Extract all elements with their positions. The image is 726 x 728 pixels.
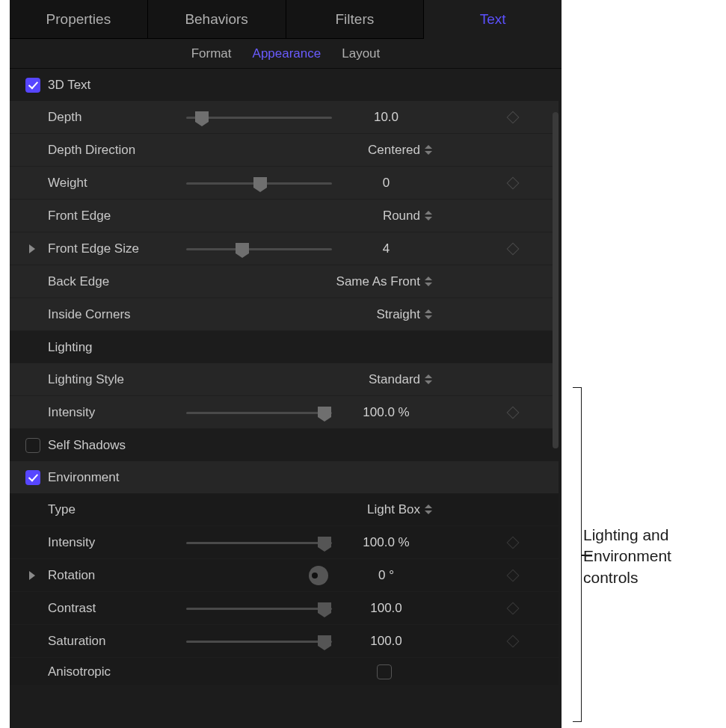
keyframe-icon[interactable] (507, 176, 520, 189)
value-lighting-intensity[interactable]: 100.0 % (336, 405, 437, 420)
stepper-icon (425, 211, 432, 220)
sub-tab-bar: Format Appearance Layout (10, 39, 562, 69)
stepper-icon (425, 277, 432, 286)
popup-back-edge[interactable]: Same As Front (186, 274, 437, 289)
slider-env-saturation[interactable] (186, 634, 336, 649)
inspector-panel: Properties Behaviors Filters Text Format… (10, 0, 562, 728)
stepper-icon (425, 145, 432, 155)
slider-front-edge-size[interactable] (186, 241, 336, 256)
row-front-edge: Front Edge Round (10, 200, 559, 232)
label-env-contrast: Contrast (48, 601, 186, 616)
stepper-icon (425, 505, 432, 514)
checkbox-anisotropic[interactable] (377, 664, 392, 679)
label-env-type: Type (48, 502, 186, 517)
dial-env-rotation[interactable] (186, 564, 336, 587)
label-weight: Weight (48, 176, 186, 191)
label-inside-corners: Inside Corners (48, 307, 186, 322)
slider-depth[interactable] (186, 110, 336, 125)
tab-filters[interactable]: Filters (286, 0, 425, 39)
subtab-layout[interactable]: Layout (342, 46, 380, 61)
keyframe-icon[interactable] (507, 635, 520, 647)
value-front-edge-size[interactable]: 4 (336, 241, 437, 256)
label-env-saturation: Saturation (48, 634, 186, 649)
row-lighting-intensity: Intensity 100.0 % (10, 396, 559, 429)
row-env-rotation: Rotation 0 ° (10, 559, 559, 592)
checkbox-environment[interactable] (25, 470, 40, 485)
bracket-icon (573, 387, 582, 722)
label-environment: Environment (48, 470, 119, 485)
keyframe-icon[interactable] (507, 569, 520, 582)
subtab-format[interactable]: Format (191, 46, 232, 61)
stepper-icon (425, 374, 432, 384)
keyframe-icon[interactable] (507, 602, 520, 614)
value-weight[interactable]: 0 (336, 176, 437, 191)
value-depth[interactable]: 10.0 (336, 110, 437, 125)
value-env-saturation[interactable]: 100.0 (336, 634, 437, 649)
keyframe-icon[interactable] (507, 406, 520, 419)
slider-env-contrast[interactable] (186, 601, 336, 616)
value-env-intensity[interactable]: 100.0 % (336, 535, 437, 550)
keyframe-icon[interactable] (507, 242, 520, 255)
keyframe-icon[interactable] (507, 536, 520, 549)
checkbox-self-shadows[interactable] (25, 438, 40, 453)
rotation-dial-icon[interactable] (309, 566, 328, 585)
value-env-rotation[interactable]: 0 ° (336, 568, 437, 583)
value-env-contrast[interactable]: 100.0 (336, 601, 437, 616)
inspector-content: 3D Text Depth 10.0 Depth Direction Cente… (10, 69, 562, 728)
row-depth: Depth 10.0 (10, 101, 559, 134)
label-lighting: Lighting (48, 340, 93, 355)
annotation-text: Lighting and Environment controls (583, 525, 725, 588)
row-depth-direction: Depth Direction Centered (10, 134, 559, 167)
popup-front-edge[interactable]: Round (186, 209, 437, 223)
slider-weight[interactable] (186, 176, 336, 191)
row-env-contrast: Contrast 100.0 (10, 592, 559, 625)
row-lighting-style: Lighting Style Standard (10, 363, 559, 396)
label-env-intensity: Intensity (48, 535, 186, 550)
stepper-icon (425, 309, 432, 319)
label-lighting-style: Lighting Style (48, 372, 186, 387)
keyframe-icon[interactable] (507, 111, 520, 123)
checkbox-3d-text[interactable] (25, 78, 40, 93)
label-front-edge: Front Edge (48, 209, 186, 223)
popup-env-type[interactable]: Light Box (186, 502, 437, 517)
row-env-type: Type Light Box (10, 493, 559, 526)
slider-env-intensity[interactable] (186, 535, 336, 550)
label-3d-text: 3D Text (48, 78, 90, 93)
section-lighting-header: Lighting (10, 331, 559, 363)
row-env-anisotropic: Anisotropic (10, 658, 559, 686)
label-back-edge: Back Edge (48, 274, 186, 289)
section-3d-text-header: 3D Text (10, 69, 559, 101)
scrollbar-thumb[interactable] (553, 112, 559, 448)
label-lighting-intensity: Intensity (48, 405, 186, 420)
label-front-edge-size: Front Edge Size (48, 241, 186, 256)
popup-lighting-style[interactable]: Standard (186, 372, 437, 387)
row-environment: Environment (10, 461, 559, 493)
popup-depth-direction[interactable]: Centered (186, 143, 437, 158)
row-weight: Weight 0 (10, 167, 559, 200)
row-env-intensity: Intensity 100.0 % (10, 526, 559, 559)
label-depth: Depth (48, 110, 186, 125)
main-tab-bar: Properties Behaviors Filters Text (10, 0, 562, 39)
slider-lighting-intensity[interactable] (186, 405, 336, 420)
tab-behaviors[interactable]: Behaviors (148, 0, 286, 39)
label-env-rotation: Rotation (48, 568, 186, 583)
tab-properties[interactable]: Properties (10, 0, 148, 39)
subtab-appearance[interactable]: Appearance (253, 46, 322, 61)
disclosure-triangle-icon[interactable] (29, 244, 35, 253)
disclosure-triangle-icon[interactable] (29, 571, 35, 580)
label-depth-direction: Depth Direction (48, 143, 186, 158)
tab-text[interactable]: Text (424, 0, 562, 39)
label-env-anisotropic: Anisotropic (48, 664, 186, 679)
label-self-shadows: Self Shadows (48, 438, 126, 453)
row-front-edge-size: Front Edge Size 4 (10, 232, 559, 265)
row-back-edge: Back Edge Same As Front (10, 265, 559, 298)
popup-inside-corners[interactable]: Straight (186, 307, 437, 322)
row-inside-corners: Inside Corners Straight (10, 298, 559, 331)
row-self-shadows: Self Shadows (10, 429, 559, 461)
row-env-saturation: Saturation 100.0 (10, 625, 559, 658)
